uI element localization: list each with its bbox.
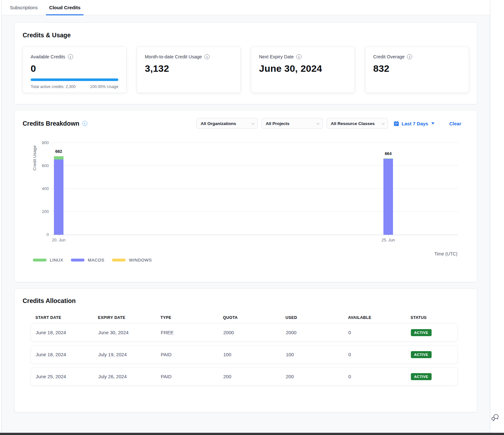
credit-usage-chart: Credit Usage 68220. Jun66425. Jun Time (… xyxy=(23,138,469,256)
chart-gridline xyxy=(51,211,458,212)
stacked-bar[interactable] xyxy=(383,159,393,235)
window-bottom-edge xyxy=(0,433,504,435)
info-icon[interactable] xyxy=(296,54,301,59)
legend-item-linux: LINUX xyxy=(33,258,63,262)
chevron-down-icon xyxy=(316,122,320,125)
credits-allocation-title: Credits Allocation xyxy=(23,297,469,305)
status-badge: ACTIVE xyxy=(411,373,432,380)
chart-y-tick: 400 xyxy=(35,186,49,191)
table-cell: 2000 xyxy=(286,330,348,335)
table-cell: July 26, 2024 xyxy=(98,374,161,379)
column-header: START DATE xyxy=(35,315,98,320)
tab-subscriptions[interactable]: Subscriptions xyxy=(9,0,39,15)
column-header: USED xyxy=(285,315,348,320)
info-icon[interactable] xyxy=(82,121,87,126)
chart-gridline xyxy=(51,166,458,166)
credits-breakdown-title: Credits Breakdown xyxy=(23,120,79,127)
chart-y-tick: 0 xyxy=(35,232,49,237)
next-expiry-value: June 30, 2024 xyxy=(259,63,347,74)
clear-filters-button[interactable]: Clear xyxy=(449,121,461,126)
chart-x-axis-label: Time (UTC) xyxy=(434,251,457,256)
chevron-down-icon xyxy=(251,122,255,125)
organizations-filter-label: All Organizations xyxy=(201,121,236,126)
info-icon[interactable] xyxy=(204,54,210,59)
table-cell: FREE xyxy=(161,330,223,335)
section-credits-breakdown: Credits Breakdown All Organizations All … xyxy=(14,110,477,282)
credits-progress-bar xyxy=(31,78,118,81)
date-range-button[interactable]: Last 7 Days xyxy=(394,121,434,126)
stat-card-next-expiry: Next Expiry Date June 30, 2024 xyxy=(251,47,355,93)
tabbar: Subscriptions Cloud Credits xyxy=(2,0,490,15)
table-cell: 200 xyxy=(286,374,348,379)
stacked-bar[interactable] xyxy=(54,156,63,235)
tab-cloud-credits-label: Cloud Credits xyxy=(49,5,80,10)
chat-widget-button[interactable] xyxy=(490,413,500,422)
stat-card-credit-overage: Credit Overage 832 xyxy=(365,47,469,93)
status-badge: ACTIVE xyxy=(411,329,432,336)
date-range-label: Last 7 Days xyxy=(402,121,428,126)
info-icon[interactable] xyxy=(407,54,412,59)
chart-x-tick-mark xyxy=(59,235,59,236)
total-active-credits-text: Total active credits: 2,300 xyxy=(31,85,76,89)
chart-filters: All Organizations All Projects All Resou… xyxy=(196,118,469,129)
column-header: AVAILABLE xyxy=(348,315,411,320)
column-header: STATUS xyxy=(411,315,458,320)
credit-overage-label: Credit Overage xyxy=(373,54,404,59)
table-row: June 25, 2024July 26, 2024PAID2002000ACT… xyxy=(31,367,458,386)
table-cell: June 18, 2024 xyxy=(36,330,98,335)
chevron-down-icon xyxy=(382,122,385,125)
credits-usage-title: Credits & Usage xyxy=(23,32,469,39)
legend-swatch xyxy=(112,259,126,262)
chat-icon xyxy=(490,413,499,422)
legend-item-windows: WINDOWS xyxy=(112,258,152,262)
chart-plot: 68220. Jun66425. Jun xyxy=(51,143,458,235)
stat-card-mtd-usage: Month-to-date Credit Usage 3,132 xyxy=(137,47,241,93)
bar-value-label: 682 xyxy=(48,149,70,154)
projects-filter-label: All Projects xyxy=(266,121,289,126)
allocation-table-header: START DATEEXPIRY DATETYPEQUOTAUSEDAVAILA… xyxy=(31,315,458,320)
table-cell: 100 xyxy=(223,352,286,357)
section-credits-usage: Credits & Usage Available Credits 0 Tota… xyxy=(14,22,477,104)
projects-filter[interactable]: All Projects xyxy=(262,118,323,129)
chart-x-tick-mark xyxy=(388,235,389,236)
info-icon[interactable] xyxy=(68,54,73,59)
page: Subscriptions Cloud Credits Credits & Us… xyxy=(1,0,490,433)
tab-cloud-credits[interactable]: Cloud Credits xyxy=(48,0,82,15)
chart-y-tick: 600 xyxy=(35,163,49,168)
table-cell: 0 xyxy=(348,352,411,357)
main-content: Credits & Usage Available Credits 0 Tota… xyxy=(2,15,490,412)
column-header: QUOTA xyxy=(223,315,285,320)
chart-y-tick: 800 xyxy=(35,140,49,145)
mtd-usage-label: Month-to-date Credit Usage xyxy=(145,54,202,59)
table-cell: June 30, 2024 xyxy=(98,330,161,335)
table-cell: 100 xyxy=(286,352,348,357)
resource-classes-filter-label: All Resource Classes xyxy=(331,121,374,126)
active-tab-underline xyxy=(46,14,84,15)
chart-y-tick: 200 xyxy=(35,209,49,214)
status-badge: ACTIVE xyxy=(411,351,432,358)
table-row: June 18, 2024June 30, 2024FREE200020000A… xyxy=(31,323,458,342)
next-expiry-label: Next Expiry Date xyxy=(259,54,294,59)
usage-percent-text: 100.00% Usage xyxy=(90,85,118,89)
bar-segment-linux xyxy=(54,156,63,159)
allocation-table: START DATEEXPIRY DATETYPEQUOTAUSEDAVAILA… xyxy=(31,315,458,386)
chart-legend: LINUX MACOS WINDOWS xyxy=(33,258,469,262)
credit-overage-value: 832 xyxy=(373,63,461,74)
table-row: June 18, 2024July 19, 2024PAID1001000ACT… xyxy=(31,345,458,364)
mtd-usage-value: 3,132 xyxy=(145,63,233,74)
organizations-filter[interactable]: All Organizations xyxy=(196,118,258,129)
table-cell: PAID xyxy=(161,352,223,357)
chart-gridline xyxy=(51,235,458,235)
table-cell: June 25, 2024 xyxy=(36,374,98,379)
table-cell: June 18, 2024 xyxy=(36,352,98,357)
bar-segment-macos xyxy=(54,159,63,235)
resource-classes-filter[interactable]: All Resource Classes xyxy=(327,118,388,129)
legend-swatch xyxy=(71,259,85,262)
bar-value-label: 664 xyxy=(377,151,399,156)
table-cell: 0 xyxy=(348,374,411,379)
section-credits-allocation: Credits Allocation START DATEEXPIRY DATE… xyxy=(14,289,477,412)
stat-card-available-credits: Available Credits 0 Total active credits… xyxy=(23,47,126,93)
chart-x-tick-label: 20. Jun xyxy=(46,238,71,242)
stat-card-row: Available Credits 0 Total active credits… xyxy=(23,47,469,93)
chart-gridline xyxy=(51,143,458,143)
